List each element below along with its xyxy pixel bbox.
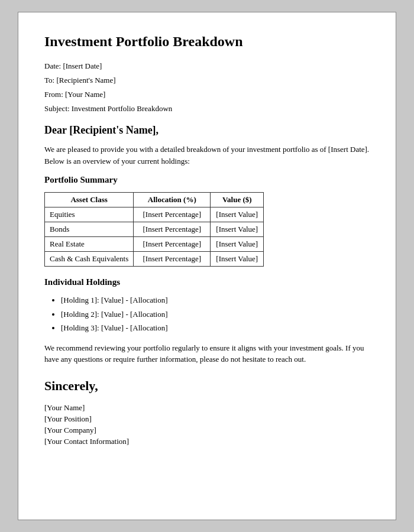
signature-position: [Your Position] [44, 414, 370, 424]
table-row: Real Estate[Insert Percentage][Insert Va… [45, 237, 264, 252]
greeting-text: Dear [Recipient's Name], [44, 124, 370, 137]
list-item: [Holding 2]: [Value] - [Allocation] [61, 309, 370, 320]
list-item: [Holding 1]: [Value] - [Allocation] [61, 294, 370, 306]
portfolio-table: Asset Class Allocation (%) Value ($) Equ… [44, 192, 264, 267]
table-cell: Bonds [45, 222, 134, 237]
holdings-list: [Holding 1]: [Value] - [Allocation][Hold… [44, 294, 370, 334]
table-cell: [Insert Value] [211, 222, 264, 237]
meta-to: To: [Recipient's Name] [44, 76, 370, 85]
col-header-asset-class: Asset Class [45, 193, 134, 207]
recommendation-paragraph: We recommend reviewing your portfolio re… [44, 342, 370, 365]
table-cell: [Insert Value] [211, 207, 264, 222]
table-header-row: Asset Class Allocation (%) Value ($) [45, 193, 264, 207]
col-header-allocation: Allocation (%) [134, 193, 211, 207]
meta-date: Date: [Insert Date] [44, 61, 370, 71]
closing-text: Sincerely, [44, 378, 370, 394]
table-row: Cash & Cash Equivalents[Insert Percentag… [45, 252, 264, 267]
list-item: [Holding 3]: [Value] - [Allocation] [61, 322, 370, 334]
table-row: Bonds[Insert Percentage][Insert Value] [45, 222, 264, 237]
meta-from: From: [Your Name] [44, 90, 370, 99]
portfolio-summary-heading: Portfolio Summary [44, 175, 370, 185]
document-title: Investment Portfolio Breakdown [44, 34, 370, 50]
table-cell: [Insert Percentage] [134, 207, 211, 222]
intro-paragraph: We are pleased to provide you with a det… [44, 144, 370, 167]
signature-name: [Your Name] [44, 403, 370, 413]
table-cell: Equities [45, 207, 134, 222]
individual-holdings-heading: Individual Holdings [44, 277, 370, 287]
table-cell: [Insert Percentage] [134, 252, 211, 267]
table-cell: Cash & Cash Equivalents [45, 252, 134, 267]
table-cell: [Insert Value] [211, 237, 264, 252]
table-cell: [Insert Value] [211, 252, 264, 267]
table-cell: Real Estate [45, 237, 134, 252]
table-cell: [Insert Percentage] [134, 222, 211, 237]
signature-company: [Your Company] [44, 426, 370, 435]
document-page: Investment Portfolio Breakdown Date: [In… [18, 12, 396, 520]
col-header-value: Value ($) [211, 193, 264, 207]
meta-subject: Subject: Investment Portfolio Breakdown [44, 104, 370, 113]
signature-contact: [Your Contact Information] [44, 437, 370, 446]
table-row: Equities[Insert Percentage][Insert Value… [45, 207, 264, 222]
table-cell: [Insert Percentage] [134, 237, 211, 252]
